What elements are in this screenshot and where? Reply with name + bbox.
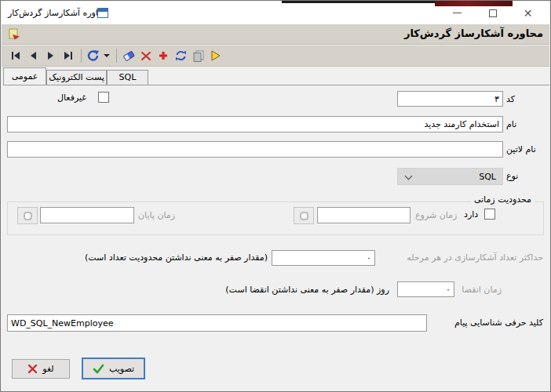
inactive-checkbox[interactable] <box>98 92 109 103</box>
expiry-label: زمان انقضا <box>462 285 502 295</box>
time-limit-has-checkbox[interactable] <box>484 209 495 220</box>
close-icon: ✕ <box>524 8 533 19</box>
window-title: محاوره آشکارساز گردش‌کار <box>8 8 108 18</box>
approve-button-label: تصویب <box>109 364 134 374</box>
message-key-input[interactable] <box>7 314 427 332</box>
rotate-dropdown-icon[interactable] <box>104 54 110 57</box>
approve-button[interactable]: تصویب <box>82 358 145 379</box>
chevron-down-icon <box>405 172 413 180</box>
copy-pages-icon[interactable] <box>190 48 206 64</box>
tab-strip: عمومی پست الکترونیک SQL <box>3 67 548 85</box>
page-title: محاوره آشکارساز گردش‌کار <box>404 27 543 39</box>
max-detect-label: حداکثر تعداد آشکارسازی در هر مرحله <box>407 252 543 263</box>
cancel-button[interactable]: لغو <box>12 359 70 379</box>
green-check-icon <box>93 364 104 374</box>
latin-name-input[interactable] <box>7 141 503 158</box>
move-next-icon[interactable] <box>42 48 58 64</box>
name-label: نام <box>506 119 516 129</box>
background-window-fragment <box>435 1 513 6</box>
refresh-icon[interactable] <box>173 48 188 64</box>
toolbar <box>2 45 549 67</box>
close-button[interactable]: ✕ <box>510 2 546 24</box>
minimize-icon <box>453 13 462 13</box>
window-icon <box>97 8 108 18</box>
time-limit-caption: محدودیت زمانی <box>471 194 535 205</box>
tab-email[interactable]: پست الکترونیک <box>46 70 107 85</box>
move-previous-icon[interactable] <box>25 48 41 64</box>
cancel-button-label: لغو <box>42 364 53 374</box>
start-time-input[interactable] <box>317 207 411 223</box>
rotate-icon[interactable] <box>86 48 101 64</box>
add-icon[interactable] <box>155 48 171 64</box>
message-key-label: کلید حرفی شناسایی پیام <box>454 318 543 328</box>
end-time-label: زمان پایان <box>138 210 175 220</box>
time-limit-has-label: دارد <box>464 209 478 220</box>
tab-sql[interactable]: SQL <box>107 70 148 85</box>
inactive-label: غیرفعال <box>57 93 86 103</box>
max-detect-note: (مقدار صفر به معنی نداشتن محدودیت تعداد … <box>85 252 268 263</box>
clock-icon <box>24 212 32 220</box>
clock-icon <box>300 212 308 220</box>
toolbar-separator <box>81 49 82 63</box>
code-input[interactable] <box>397 91 503 107</box>
end-time-input[interactable] <box>40 207 134 223</box>
toolbar-separator <box>116 49 117 63</box>
latin-name-label: نام لاتین <box>506 144 536 154</box>
type-label: نوع <box>506 171 518 181</box>
background-window-fragment <box>282 1 436 3</box>
name-input[interactable] <box>7 116 503 132</box>
type-combobox[interactable]: SQL <box>397 168 503 185</box>
red-x-icon <box>27 364 38 374</box>
dialog-window: محاوره آشکارساز گردش‌کار ✕ محاوره آشکارس… <box>0 0 551 392</box>
exit-icon[interactable] <box>7 27 21 43</box>
eraser-icon[interactable] <box>121 48 137 64</box>
run-play-icon[interactable] <box>207 48 223 64</box>
delete-icon[interactable] <box>138 48 154 64</box>
start-time-picker-button[interactable] <box>294 207 314 224</box>
expiry-input[interactable] <box>397 281 454 297</box>
move-first-icon[interactable] <box>8 48 24 64</box>
code-label: کد <box>506 94 515 104</box>
end-time-picker-button[interactable] <box>17 207 38 224</box>
move-last-icon[interactable] <box>60 48 75 64</box>
tab-general[interactable]: عمومی <box>3 67 46 85</box>
expiry-note: روز (مقدار صفر به معنی نداشتن انقضا است) <box>225 285 389 295</box>
header-bar: محاوره آشکارساز گردش‌کار <box>2 24 549 45</box>
type-combobox-value: SQL <box>479 172 496 182</box>
max-detect-input[interactable] <box>272 250 375 266</box>
maximize-icon <box>489 9 497 17</box>
start-time-label: زمان شروع <box>415 210 457 220</box>
